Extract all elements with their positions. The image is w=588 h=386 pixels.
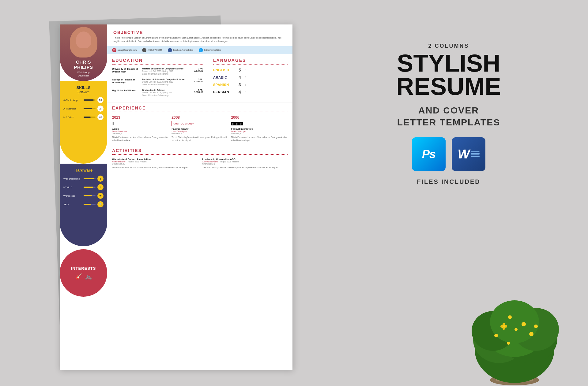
edu-degree-1: Masters of Science in Computer Science [142,68,192,70]
bbc-logo-icon: B B C [231,121,288,126]
languages-title: LANGUAGES [213,58,288,63]
act-text-1: This is Photoshop's version of Lorem Ips… [112,166,198,169]
svg-point-15 [514,328,518,331]
skill-badge: 🖥 [97,176,104,182]
svg-point-20 [505,325,507,328]
education-languages-section: EDUCATION University of Illinosia at Urb… [107,54,292,103]
guitar-icon: 🎸 [75,273,82,280]
skill-label: Wordpress [63,195,82,197]
lang-score-arabic: 4 [239,75,241,80]
exp-company-fastcompany: Fast Company [172,128,228,130]
main-title: STYLISH RESUME [396,52,501,98]
education-column: EDUCATION University of Illinosia at Urb… [112,58,208,100]
activities-title: ACTIVITIES [112,148,288,153]
skill-wordpress: Wordpress W [63,193,104,199]
edu-details-1: Masters of Science in Computer Science D… [142,68,192,75]
skill-bar [84,204,96,205]
svg-point-13 [529,332,533,336]
exp-role-fastcompany: Lead Developer [172,130,228,132]
svg-point-18 [503,323,505,325]
experience-title: EXPERIENCE [112,106,288,110]
skill-bar [84,178,96,179]
profile-name: CHRISPHILIPS [74,60,93,70]
lang-name-spanish: SPANISH [213,83,236,87]
skill-bar [84,99,96,101]
exp-location-bbc: Glenview, IL [231,132,288,135]
lang-dots-persian: ⋮ [244,91,247,93]
skill-bar [84,195,96,196]
experience-divider [112,112,288,112]
skill-label: SEO [63,203,82,206]
act-leadership: Leadership Convention ABC Active Partici… [202,158,288,169]
word-line-1 [471,151,480,152]
interests-icons: 🎸 🚲 [75,273,92,280]
edu-school-2: College of Illinosia at Urbana-Myth [112,78,140,86]
software-icons: Ps W [396,137,501,171]
word-line-2 [471,153,480,154]
skill-photoshop: A-Photoshop PS [63,97,104,103]
skill-fill [84,204,91,205]
skill-badge: AI [97,106,104,112]
lang-dots-spanish: ⋮ [244,83,247,86]
act-location-1: Champaign, IL [112,163,198,165]
skill-fill [84,195,92,196]
word-label: W [458,147,470,161]
skill-webdesign: Web Designing 🖥 [63,176,104,182]
photoshop-icon: Ps [412,137,446,171]
edu-degree-2: Bachelor of Science in Computer Science [142,78,192,80]
edu-details-3: Graduation in Science Dean's List: Fall … [142,89,192,97]
edu-gpa-3: GPA:3.67/4.00 [194,89,203,97]
bbc-b1: B [231,122,235,125]
activities-grid: Womderland Culture Association Active Me… [112,158,288,169]
interests-section: INTERESTS 🎸 🚲 [60,249,107,297]
lang-dots-arabic: ⋮ [244,76,247,79]
svg-point-11 [522,322,526,326]
skills-title: SKILLS [76,85,90,90]
edu-gpa-1: GPA:3.67/4.00 [194,68,203,75]
objective-title: OBJECTIVE [113,30,286,35]
objective-text: This is Photoshop's version of Lorem Ips… [113,36,286,43]
exp-text-bbc: This is Photoshop's version of Lorem Ips… [231,136,288,142]
lang-persian: PERSIAN 4 ⋮ [213,90,288,95]
skill-html5: HTML 5 5 [63,184,104,190]
resume-content: OBJECTIVE This is Photoshop's version of… [107,24,292,370]
edu-details-2: Bachelor of Science in Computer Science … [142,78,192,86]
act-role-1: Active Member [112,161,125,163]
exp-location-apple: Glenview, IL [112,132,168,135]
edu-entry-2: College of Illinosia at Urbana-Myth Bach… [112,78,203,86]
main-title-line2: RESUME [396,73,501,100]
twitter-text: twitter/chrisphilips [204,49,221,51]
exp-apple: 2013  Apple Lead Developer Glenview, IL… [112,115,168,142]
marketing-section: 2 COLUMNS STYLISH RESUME AND COVER LETTE… [334,24,564,185]
contact-twitter: t twitter/chrisphilips [199,48,221,52]
act-org-2: Leadership Convention ABC [202,158,288,161]
resume-sidebar: CHRISPHILIPS Web & AppDeveloper SKILLS S… [60,24,107,370]
exp-year-fastcompany: 2008 [172,115,228,120]
skill-fill [84,99,94,101]
objective-section: OBJECTIVE This is Photoshop's version of… [107,24,292,46]
act-text-2: This is Photoshop's version of Lorem Ips… [202,166,288,169]
bbc-b2: B [235,122,239,125]
education-divider [112,64,203,65]
email-text: alang@sample.com [118,49,137,51]
lang-dots-english: ⋮ [244,69,247,71]
profile-face [70,27,97,58]
edu-subtext-2: Dean's List: Fall 2009, Spring 2010Gates… [142,80,192,86]
exp-text-apple: This is Photoshop's version of Lorem Ips… [112,136,168,142]
edu-school-3: HighSchool of Illinois [112,89,140,97]
skill-seo: SEO 🔍 [63,201,104,207]
svg-point-17 [507,342,510,345]
skill-label: HTML 5 [63,186,82,189]
lang-score-english: 5 [239,68,241,72]
sub-title-line2: LETTER TEMPLATES [397,117,500,127]
skill-fill [84,187,93,188]
files-included-text: FILES INCLUDED [396,178,501,185]
profile-title: Web & AppDeveloper [77,71,90,77]
skill-fill [84,117,91,118]
email-icon: ✉ [112,48,116,52]
skill-bar [84,187,96,188]
languages-column: LANGUAGES ENGLISH 5 ⋮ ARABIC 4 ⋮ SPANISH… [208,58,288,100]
hardware-section: Hardware Web Designing 🖥 HTML 5 5 Wordpr… [60,164,107,246]
edu-entry-1: University of Illinosia at Urbana-Myth M… [112,68,203,75]
apple-logo-icon:  [112,121,168,126]
